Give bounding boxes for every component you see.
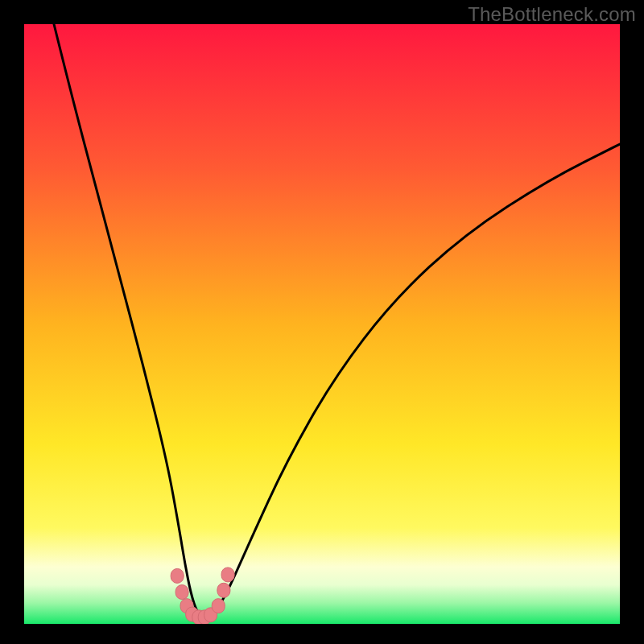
marker-dot xyxy=(217,583,230,597)
watermark-text: TheBottleneck.com xyxy=(468,3,636,26)
marker-dot xyxy=(221,568,234,582)
gradient-background xyxy=(24,24,620,624)
marker-dot xyxy=(171,568,184,583)
chart-container: TheBottleneck.com xyxy=(0,0,644,644)
chart-svg xyxy=(24,24,620,624)
marker-dot xyxy=(175,585,188,600)
marker-dot xyxy=(212,599,225,613)
plot-area xyxy=(24,24,620,624)
